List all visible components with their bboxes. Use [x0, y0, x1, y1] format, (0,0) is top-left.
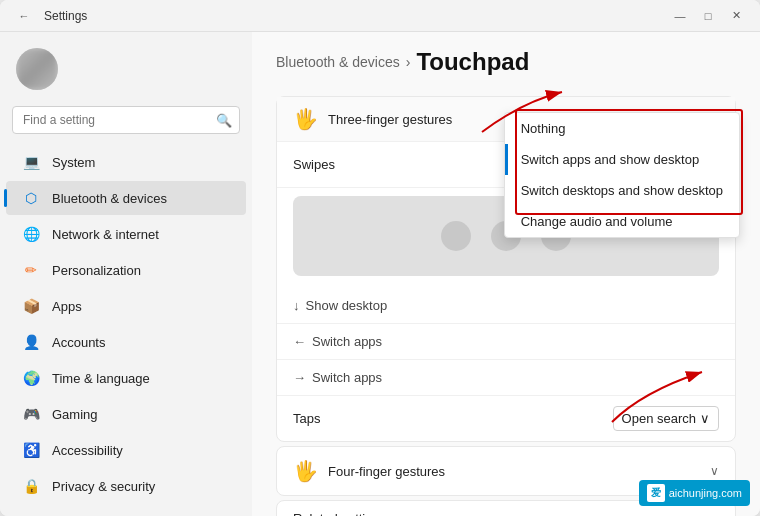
- show-desktop-label: ↓ Show desktop: [293, 298, 387, 313]
- sidebar-item-label: Apps: [52, 299, 82, 314]
- sidebar-item-network[interactable]: 🌐 Network & internet: [6, 217, 246, 251]
- sidebar-item-bluetooth[interactable]: ⬡ Bluetooth & devices: [6, 181, 246, 215]
- back-button[interactable]: ←: [12, 4, 36, 28]
- dropdown-option-audio[interactable]: Change audio and volume: [505, 206, 739, 237]
- switch-apps-left-text: Switch apps: [312, 334, 382, 349]
- taps-label: Taps: [293, 411, 320, 426]
- settings-window: ← Settings — □ ✕ 🔍 💻: [0, 0, 760, 516]
- sidebar-item-label: System: [52, 155, 95, 170]
- related-settings-label: Related settings: [293, 511, 386, 516]
- profile-section: [0, 40, 252, 102]
- content-area: 🔍 💻 System ⬡ Bluetooth & devices 🌐 Netwo…: [0, 32, 760, 516]
- sidebar-item-update[interactable]: ⟳ Windows Update: [6, 505, 246, 516]
- time-icon: 🌍: [22, 369, 40, 387]
- four-finger-title: Four-finger gestures: [328, 464, 445, 479]
- switch-apps-right-text: Switch apps: [312, 370, 382, 385]
- taps-dropdown-value: Open search: [622, 411, 696, 426]
- avatar-image: [16, 48, 58, 90]
- sidebar-item-label: Accessibility: [52, 443, 123, 458]
- sidebar-item-label: Personalization: [52, 263, 141, 278]
- search-input[interactable]: [12, 106, 240, 134]
- swipes-dropdown-popup: Nothing Switch apps and show desktop Swi…: [504, 112, 740, 238]
- sidebar-item-accessibility[interactable]: ♿ Accessibility: [6, 433, 246, 467]
- sidebar-item-privacy[interactable]: 🔒 Privacy & security: [6, 469, 246, 503]
- sidebar-item-label: Bluetooth & devices: [52, 191, 167, 206]
- close-button[interactable]: ✕: [724, 4, 748, 28]
- maximize-button[interactable]: □: [696, 4, 720, 28]
- personalization-icon: ✏: [22, 261, 40, 279]
- watermark: 爱 aichunjing.com: [639, 480, 750, 506]
- taps-row: Taps Open search ∨: [277, 396, 735, 441]
- watermark-icon: 爱: [647, 484, 665, 502]
- sidebar-item-label: Network & internet: [52, 227, 159, 242]
- arrow-right-icon: →: [293, 370, 306, 385]
- swipes-label: Swipes: [293, 157, 335, 172]
- sidebar-item-apps[interactable]: 📦 Apps: [6, 289, 246, 323]
- bluetooth-icon: ⬡: [22, 189, 40, 207]
- three-finger-title: Three-finger gestures: [328, 112, 452, 127]
- gaming-icon: 🎮: [22, 405, 40, 423]
- system-icon: 💻: [22, 153, 40, 171]
- search-icon: 🔍: [216, 113, 232, 128]
- sidebar-item-label: Gaming: [52, 407, 98, 422]
- switch-apps-left-label: ← Switch apps: [293, 334, 382, 349]
- sidebar: 🔍 💻 System ⬡ Bluetooth & devices 🌐 Netwo…: [0, 32, 252, 516]
- apps-icon: 📦: [22, 297, 40, 315]
- switch-apps-right-row: → Switch apps: [277, 360, 735, 396]
- title-bar-controls: — □ ✕: [668, 4, 748, 28]
- breadcrumb-parent: Bluetooth & devices: [276, 54, 400, 70]
- breadcrumb: Bluetooth & devices › Touchpad: [276, 48, 736, 76]
- hand-icon: 🖐: [293, 107, 318, 131]
- chevron-down-four-icon: ∨: [710, 464, 719, 478]
- sidebar-item-label: Privacy & security: [52, 479, 155, 494]
- switch-apps-right-label: → Switch apps: [293, 370, 382, 385]
- sidebar-item-label: Time & language: [52, 371, 150, 386]
- privacy-icon: 🔒: [22, 477, 40, 495]
- finger-dot-1: [441, 221, 471, 251]
- watermark-text: aichunjing.com: [669, 487, 742, 499]
- dropdown-option-nothing[interactable]: Nothing: [505, 113, 739, 144]
- main-content: Bluetooth & devices › Touchpad 🖐 Three-f…: [252, 32, 760, 516]
- accessibility-icon: ♿: [22, 441, 40, 459]
- sidebar-item-gaming[interactable]: 🎮 Gaming: [6, 397, 246, 431]
- arrow-down-icon: ↓: [293, 298, 300, 313]
- window-title: Settings: [44, 9, 87, 23]
- breadcrumb-current: Touchpad: [416, 48, 529, 76]
- minimize-button[interactable]: —: [668, 4, 692, 28]
- breadcrumb-separator: ›: [406, 54, 411, 70]
- dropdown-option-switch-desktops[interactable]: Switch desktops and show desktop: [505, 175, 739, 206]
- switch-apps-left-row: ← Switch apps: [277, 324, 735, 360]
- arrow-left-icon: ←: [293, 334, 306, 349]
- title-bar: ← Settings — □ ✕: [0, 0, 760, 32]
- sidebar-item-accounts[interactable]: 👤 Accounts: [6, 325, 246, 359]
- sidebar-item-label: Accounts: [52, 335, 105, 350]
- sidebar-item-time[interactable]: 🌍 Time & language: [6, 361, 246, 395]
- accounts-icon: 👤: [22, 333, 40, 351]
- sidebar-item-personalization[interactable]: ✏ Personalization: [6, 253, 246, 287]
- taps-dropdown[interactable]: Open search ∨: [613, 406, 719, 431]
- section-label: 🖐 Four-finger gestures: [293, 459, 445, 483]
- hand-icon-four: 🖐: [293, 459, 318, 483]
- sidebar-item-system[interactable]: 💻 System: [6, 145, 246, 179]
- chevron-down-icon-taps: ∨: [700, 411, 710, 426]
- search-box: 🔍: [12, 106, 240, 134]
- avatar: [16, 48, 58, 90]
- show-desktop-text: Show desktop: [306, 298, 388, 313]
- dropdown-option-switch-show[interactable]: Switch apps and show desktop: [505, 144, 739, 175]
- title-bar-left: ← Settings: [12, 4, 87, 28]
- network-icon: 🌐: [22, 225, 40, 243]
- section-label: 🖐 Three-finger gestures: [293, 107, 452, 131]
- show-desktop-row: ↓ Show desktop: [277, 288, 735, 324]
